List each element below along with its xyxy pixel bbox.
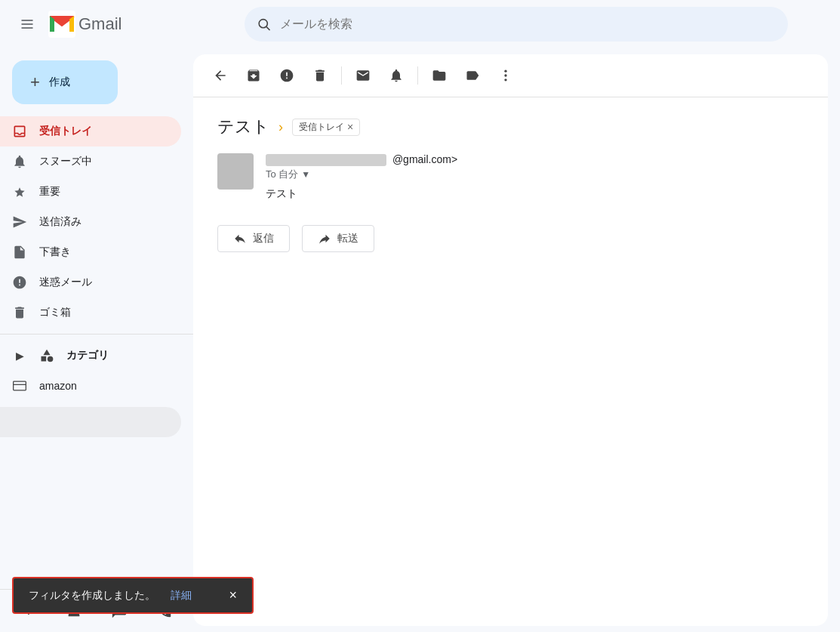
sidebar-item-spam[interactable]: 迷惑メール [0, 267, 181, 298]
more-button[interactable] [491, 60, 521, 91]
sidebar-item-amazon[interactable]: amazon [0, 371, 181, 401]
label-badge: 受信トレイ × [292, 119, 360, 136]
toolbar-separator-2 [417, 66, 418, 85]
svg-rect-12 [42, 356, 47, 362]
compose-label: 作成 [49, 76, 70, 89]
svg-rect-13 [14, 381, 26, 390]
reply-label: 返信 [253, 232, 274, 245]
email-body: テスト [266, 187, 804, 201]
important-label: 重要 [39, 185, 60, 199]
email-area: テスト › 受信トレイ × @gmail.com> To 自分 ▼ [193, 54, 828, 626]
label-button[interactable] [457, 60, 488, 91]
sidebar: + 作成 受信トレイ スヌーズ中 重要 [0, 48, 193, 632]
toast-link[interactable]: 詳細 [171, 589, 192, 603]
sidebar-item-sent[interactable]: 送信済み [0, 207, 181, 237]
svg-point-11 [48, 356, 54, 362]
dropdown-arrow[interactable]: ▼ [301, 169, 310, 180]
delete-button[interactable] [305, 60, 335, 91]
spam-icon [12, 275, 27, 290]
email-actions: 返信 転送 [217, 225, 804, 252]
reply-icon [233, 232, 247, 245]
archive-button[interactable] [238, 60, 269, 91]
email-content: テスト › 受信トレイ × @gmail.com> To 自分 ▼ [193, 97, 828, 626]
label-badge-text: 受信トレイ [299, 121, 344, 134]
spam-label: 迷惑メール [39, 276, 92, 289]
menu-icon[interactable] [12, 9, 42, 39]
categories-label: カテゴリ [66, 349, 109, 362]
search-input[interactable] [280, 17, 776, 31]
forward-button[interactable]: 転送 [302, 225, 374, 252]
toast-close[interactable]: × [229, 587, 237, 603]
email-meta: @gmail.com> To 自分 ▼ テスト [266, 153, 804, 201]
forward-icon [318, 232, 331, 245]
snooze-button[interactable] [381, 60, 411, 91]
drafts-label: 下書き [39, 245, 71, 259]
compose-button[interactable]: + 作成 [12, 60, 118, 104]
svg-point-9 [259, 20, 267, 28]
report-button[interactable] [272, 60, 302, 91]
toast-container: フィルタを作成しました。 詳細 × [12, 577, 254, 614]
sidebar-item-categories[interactable]: ▶ カテゴリ [0, 341, 181, 371]
chevron-icon: › [278, 119, 283, 135]
email-subject-row: テスト › 受信トレイ × [217, 116, 804, 138]
toast: フィルタを作成しました。 詳細 × [12, 577, 254, 614]
email-toolbar [193, 54, 828, 97]
amazon-icon [12, 378, 27, 393]
sidebar-scroll-area [0, 407, 181, 437]
email-to: To 自分 ▼ [266, 168, 804, 181]
inbox-icon [12, 124, 27, 139]
reply-button[interactable]: 返信 [217, 225, 290, 252]
gmail-text: Gmail [78, 14, 122, 34]
gmail-logo-icon [48, 11, 75, 38]
email-avatar [217, 153, 254, 190]
search-icon [257, 17, 271, 32]
move-button[interactable] [424, 60, 454, 91]
search-bar[interactable] [245, 7, 788, 42]
toolbar-separator-1 [341, 66, 342, 85]
amazon-label: amazon [39, 380, 77, 392]
sender-email-blur [266, 154, 386, 166]
drafts-icon [12, 245, 27, 260]
email-message: @gmail.com> To 自分 ▼ テスト [217, 153, 804, 201]
snoozed-label: スヌーズ中 [39, 155, 92, 168]
compose-plus-icon: + [30, 72, 40, 92]
email-subject: テスト [217, 116, 269, 138]
email-sender: @gmail.com> [266, 153, 804, 166]
back-button[interactable] [205, 60, 235, 91]
email-to-text: To 自分 [266, 168, 298, 181]
trash-icon [12, 305, 27, 320]
svg-point-14 [504, 70, 506, 72]
forward-label: 転送 [337, 232, 358, 245]
gmail-logo: Gmail [48, 11, 122, 38]
sender-email-domain: @gmail.com> [392, 153, 457, 165]
mark-button[interactable] [348, 60, 378, 91]
expand-icon: ▶ [12, 348, 27, 363]
svg-point-15 [504, 74, 506, 76]
inbox-label: 受信トレイ [39, 125, 92, 138]
snooze-icon [12, 154, 27, 169]
important-icon [12, 184, 27, 199]
sidebar-item-drafts[interactable]: 下書き [0, 237, 181, 267]
svg-line-10 [266, 27, 269, 30]
sidebar-item-trash[interactable]: ゴミ箱 [0, 298, 181, 328]
sent-icon [12, 214, 27, 230]
svg-rect-8 [54, 16, 69, 17]
sidebar-item-snoozed[interactable]: スヌーズ中 [0, 146, 181, 177]
label-badge-close[interactable]: × [347, 121, 353, 133]
nav-divider [0, 334, 193, 334]
sent-label: 送信済み [39, 215, 82, 229]
svg-point-16 [504, 79, 506, 81]
category-icon [39, 348, 54, 363]
sidebar-item-important[interactable]: 重要 [0, 177, 181, 207]
trash-label: ゴミ箱 [39, 306, 71, 319]
sidebar-item-inbox[interactable]: 受信トレイ [0, 116, 181, 146]
toast-message: フィルタを作成しました。 [29, 589, 155, 603]
